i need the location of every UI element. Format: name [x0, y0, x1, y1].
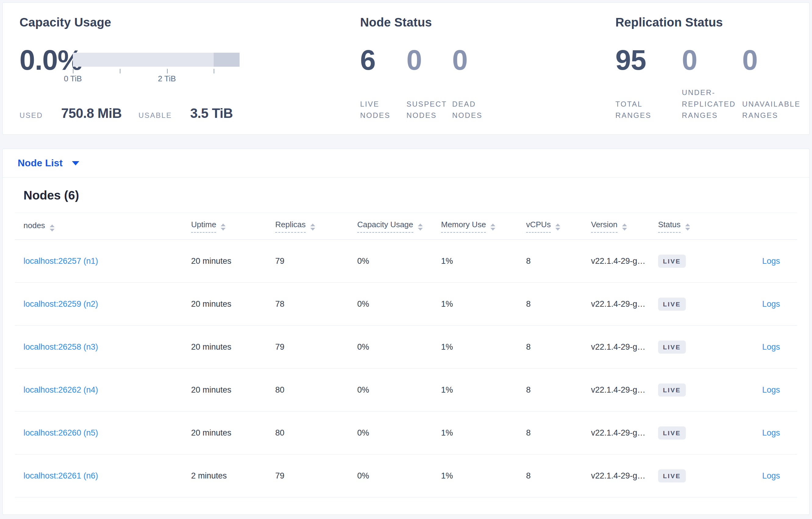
node-list-card: Node List Nodes (6) nodes Uptime Replica…	[2, 149, 810, 515]
sort-up-icon	[221, 223, 226, 226]
capacity-axis-labels: 0 TiB 2 TiB	[73, 74, 239, 84]
memory-use-cell: 1%	[441, 428, 526, 438]
used-label: USED	[20, 111, 43, 120]
logs-link[interactable]: Logs	[762, 428, 780, 437]
node-status-stats: 6 LIVE NODES 0 SUSPECT NODES 0 DEAD NODE…	[360, 46, 615, 121]
sort-down-icon	[490, 228, 495, 231]
usable-value: 3.5 TiB	[190, 106, 233, 121]
replicas-cell: 80	[275, 385, 357, 395]
replicas-cell: 79	[275, 256, 357, 266]
capacity-usage-body: 0.0% 0 TiB 2 TiB	[20, 46, 360, 84]
stat-label: UNDER- REPLICATED RANGES	[682, 87, 742, 121]
logs-link[interactable]: Logs	[762, 299, 780, 309]
capacity-usage-section: Capacity Usage 0.0% 0 TiB 2 TiB	[20, 15, 360, 121]
live-nodes-stat: 6 LIVE NODES	[360, 46, 406, 121]
axis-tick	[167, 69, 168, 73]
nodes-heading: Nodes (6)	[24, 188, 797, 202]
page: Capacity Usage 0.0% 0 TiB 2 TiB	[0, 0, 812, 517]
stat-value: 0	[682, 46, 742, 74]
sort-up-icon	[622, 223, 627, 226]
sort-down-icon	[310, 228, 315, 231]
sort-icon	[622, 223, 627, 231]
node-address-link[interactable]: localhost:26257 (n1)	[24, 256, 98, 266]
vcpus-cell: 8	[526, 342, 591, 352]
replication-status-stats: 95 TOTAL RANGES 0 UNDER- REPLICATED RANG…	[615, 46, 809, 121]
node-list-dropdown[interactable]: Node List	[3, 149, 809, 178]
column-header-status[interactable]: Status	[658, 220, 734, 233]
axis-tick-label: 2 TiB	[158, 74, 176, 84]
column-header-uptime[interactable]: Uptime	[191, 220, 275, 233]
sort-down-icon	[221, 228, 226, 231]
status-badge: LIVE	[658, 426, 686, 439]
table-row: localhost:26262 (n4) 20 minutes 80 0% 1%…	[15, 369, 797, 411]
column-header-version[interactable]: Version	[591, 220, 658, 233]
uptime-cell: 20 minutes	[191, 385, 275, 395]
table-row: localhost:26260 (n5) 20 minutes 80 0% 1%…	[15, 411, 797, 454]
usable-label: USABLE	[138, 111, 172, 120]
logs-link[interactable]: Logs	[762, 385, 780, 394]
axis-tick	[73, 69, 74, 73]
capacity-usage-title: Capacity Usage	[20, 15, 360, 30]
column-header-capacity-usage[interactable]: Capacity Usage	[357, 220, 441, 233]
under-replicated-ranges-stat: 0 UNDER- REPLICATED RANGES	[682, 46, 742, 121]
column-header-vcpus[interactable]: vCPUs	[526, 220, 591, 233]
table-row: localhost:26261 (n6) 2 minutes 79 0% 1% …	[15, 454, 797, 497]
node-address-link[interactable]: localhost:26261 (n6)	[24, 471, 98, 480]
capacity-usage-cell: 0%	[357, 471, 441, 481]
suspect-nodes-stat: 0 SUSPECT NODES	[406, 46, 452, 121]
version-cell: v22.1.4-29-g…	[591, 342, 658, 352]
node-address-link[interactable]: localhost:26258 (n3)	[24, 342, 98, 352]
unavailable-ranges-stat: 0 UNAVAILABLE RANGES	[742, 46, 809, 121]
node-address-link[interactable]: localhost:26262 (n4)	[24, 385, 98, 394]
logs-link[interactable]: Logs	[762, 342, 780, 352]
memory-use-cell: 1%	[441, 385, 526, 395]
replicas-cell: 79	[275, 471, 357, 481]
sort-up-icon	[490, 223, 495, 226]
version-cell: v22.1.4-29-g…	[591, 299, 658, 309]
status-badge: LIVE	[658, 469, 686, 483]
uptime-cell: 20 minutes	[191, 428, 275, 438]
sort-down-icon	[555, 228, 560, 231]
axis-tick	[120, 69, 120, 73]
sort-icon	[685, 223, 690, 231]
logs-link[interactable]: Logs	[762, 256, 780, 266]
logs-link[interactable]: Logs	[762, 471, 780, 480]
nodes-heading-block: Nodes (6)	[15, 178, 797, 213]
sort-up-icon	[418, 223, 423, 226]
capacity-usage-cell: 0%	[357, 342, 441, 352]
sort-icon	[310, 223, 315, 231]
sort-icon	[221, 223, 226, 231]
node-address-link[interactable]: localhost:26259 (n2)	[24, 299, 98, 309]
stat-value: 0	[452, 46, 498, 74]
sort-down-icon	[418, 228, 423, 231]
table-row: localhost:26259 (n2) 20 minutes 78 0% 1%…	[15, 283, 797, 326]
dead-nodes-stat: 0 DEAD NODES	[452, 46, 498, 121]
column-header-memory-use[interactable]: Memory Use	[441, 220, 526, 233]
column-header-nodes[interactable]: nodes	[24, 221, 191, 232]
uptime-cell: 20 minutes	[191, 342, 275, 352]
axis-tick-label: 0 TiB	[64, 74, 82, 84]
vcpus-cell: 8	[526, 471, 591, 481]
memory-use-cell: 1%	[441, 342, 526, 352]
node-status-section: Node Status 6 LIVE NODES 0 SUSPECT NODES…	[360, 15, 615, 121]
vcpus-cell: 8	[526, 299, 591, 309]
sort-up-icon	[555, 223, 560, 226]
status-badge: LIVE	[658, 340, 686, 354]
stat-label: SUSPECT NODES	[406, 98, 452, 121]
capacity-usage-cell: 0%	[357, 256, 441, 266]
memory-use-cell: 1%	[441, 471, 526, 481]
capacity-usage-cell: 0%	[357, 299, 441, 309]
used-value: 750.8 MiB	[61, 106, 122, 121]
column-header-replicas[interactable]: Replicas	[275, 220, 357, 233]
version-cell: v22.1.4-29-g…	[591, 256, 658, 266]
capacity-percent-value: 0.0%	[20, 46, 73, 74]
uptime-cell: 20 minutes	[191, 299, 275, 309]
node-status-title: Node Status	[360, 15, 615, 30]
node-address-link[interactable]: localhost:26260 (n5)	[24, 428, 98, 437]
capacity-bar	[73, 53, 239, 67]
replicas-cell: 78	[275, 299, 357, 309]
sort-up-icon	[685, 223, 690, 226]
stat-label: UNAVAILABLE RANGES	[742, 98, 809, 121]
capacity-axis	[73, 67, 239, 73]
table-row: localhost:26257 (n1) 20 minutes 79 0% 1%…	[15, 240, 797, 283]
